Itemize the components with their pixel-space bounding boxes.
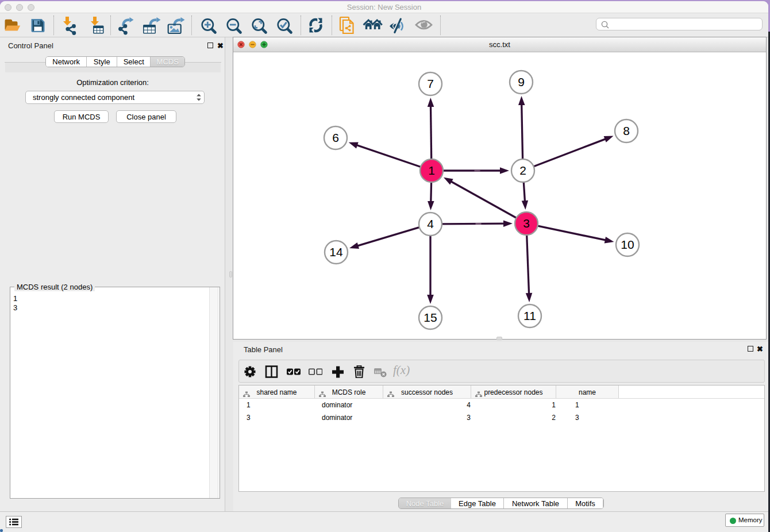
svg-text:1: 1 [428,164,435,177]
svg-text:14: 14 [329,245,343,259]
svg-text:3: 3 [523,217,530,230]
svg-text:6: 6 [332,131,339,144]
svg-text:8: 8 [623,124,630,137]
svg-text:7: 7 [427,77,434,90]
svg-text:2: 2 [519,164,526,177]
svg-text:9: 9 [518,75,525,88]
svg-text:11: 11 [523,309,536,322]
svg-text:15: 15 [424,311,437,324]
svg-text:4: 4 [427,217,434,230]
svg-text:10: 10 [621,238,634,251]
svg-text:f(x): f(x) [393,364,410,377]
